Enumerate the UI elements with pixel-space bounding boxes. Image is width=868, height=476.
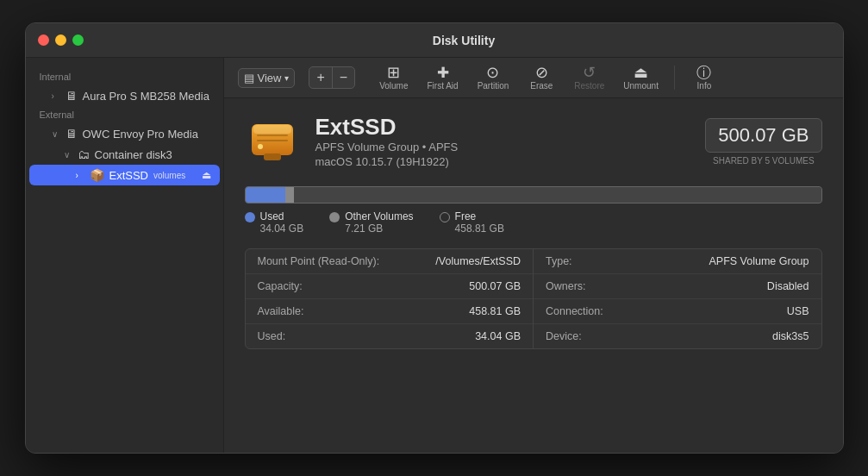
info-val: Disabled [684, 280, 809, 292]
info-row: Device:disk3s5 [534, 324, 821, 348]
info-val: 34.04 GB [396, 330, 521, 342]
external-label: External [26, 106, 223, 123]
info-row: Capacity:500.07 GB [246, 274, 534, 299]
info-val: USB [684, 305, 809, 317]
add-button[interactable]: + [309, 67, 332, 88]
eject-icon[interactable]: ⏏ [202, 169, 211, 181]
other-dot [329, 212, 340, 222]
svg-rect-4 [257, 135, 288, 136]
sidebar-item-extssd[interactable]: › 📦 ExtSSD volumes ⏏ [29, 165, 220, 185]
info-label: Info [697, 81, 712, 91]
bar-other [285, 187, 294, 203]
container-icon: 🗂 [78, 147, 90, 161]
restore-icon: ↺ [583, 65, 596, 80]
volume-toolbar-icon: ⊞ [387, 65, 400, 80]
view-label: View [258, 72, 282, 85]
used-value: 34.04 GB [260, 222, 304, 235]
minus-icon: − [340, 70, 347, 85]
svg-rect-1 [253, 125, 291, 134]
legend-free: Free 458.81 GB [440, 210, 504, 235]
storage-legend: Used 34.04 GB Other Volumes 7.21 GB [245, 210, 822, 235]
right-panel: ▤ View ▾ + − ⊞ Volume [224, 58, 843, 453]
firstaid-label: First Aid [428, 81, 459, 91]
firstaid-button[interactable]: ✚ First Aid [421, 64, 465, 92]
info-button[interactable]: ⓘ Info [684, 64, 725, 92]
sidebar-item-container[interactable]: ∨ 🗂 Container disk3 [29, 144, 220, 165]
drive-size-box: 500.07 GB SHARED BY 5 VOLUMES [705, 118, 821, 166]
volume-add-remove[interactable]: + − [309, 66, 355, 89]
unmount-label: Unmount [623, 81, 659, 91]
sidebar-item-aura[interactable]: › 🖥 Aura Pro S MB258 Media [29, 85, 220, 106]
info-col-right: Type:APFS Volume GroupOwners:DisabledCon… [534, 249, 821, 348]
content-area: ExtSSD APFS Volume Group • APFS macOS 10… [224, 98, 843, 453]
unmount-button[interactable]: ⏏ Unmount [616, 63, 665, 92]
disk-icon: 🖥 [66, 127, 78, 141]
window-title: Disk Utility [97, 34, 831, 47]
svg-rect-5 [257, 140, 288, 141]
bar-used [246, 187, 286, 203]
volume-button[interactable]: ⊞ Volume [372, 63, 415, 92]
info-key: Device: [546, 330, 684, 342]
partition-button[interactable]: ⊙ Partition [471, 63, 516, 92]
info-row: Connection:USB [534, 299, 821, 324]
partition-label: Partition [478, 81, 509, 91]
other-value: 7.21 GB [345, 222, 413, 235]
partition-icon: ⊙ [486, 65, 499, 80]
chevron-icon: › [52, 91, 62, 101]
legend-other: Other Volumes 7.21 GB [329, 210, 413, 235]
plus-icon: + [316, 70, 324, 85]
info-row: Used:34.04 GB [246, 324, 534, 348]
volumes-badge: volumes [153, 171, 185, 180]
bar-free [294, 187, 821, 203]
drive-icon [245, 114, 300, 169]
minimize-button[interactable] [55, 34, 66, 46]
view-control[interactable]: ▤ View ▾ [238, 68, 296, 88]
storage-bar-container: Used 34.04 GB Other Volumes 7.21 GB [245, 186, 822, 235]
sidebar-item-owc[interactable]: ∨ 🖥 OWC Envoy Pro Media [29, 123, 220, 144]
info-key: Capacity: [258, 280, 396, 292]
free-dot [440, 212, 450, 222]
info-val: APFS Volume Group [684, 255, 809, 267]
info-icon: ⓘ [696, 66, 711, 80]
remove-button[interactable]: − [333, 67, 354, 88]
firstaid-icon: ✚ [437, 66, 449, 80]
window: Disk Utility Internal › 🖥 Aura Pro S MB2… [25, 22, 844, 454]
unmount-icon: ⏏ [634, 65, 648, 80]
sidebar-item-label: ExtSSD [109, 169, 149, 182]
info-key: Connection: [546, 305, 684, 317]
disk-icon: 🖥 [66, 89, 78, 103]
sidebar-item-label: OWC Envoy Pro Media [83, 128, 198, 141]
erase-label: Erase [530, 81, 553, 91]
view-button[interactable]: ▤ View ▾ [238, 68, 296, 88]
info-key: Type: [546, 255, 684, 267]
close-button[interactable] [38, 34, 49, 46]
titlebar: Disk Utility [26, 23, 843, 58]
info-val: disk3s5 [684, 330, 809, 342]
used-dot [245, 212, 255, 222]
info-row: Type:APFS Volume Group [534, 249, 821, 274]
used-label: Used [260, 210, 304, 222]
restore-button[interactable]: ↺ Restore [567, 63, 611, 92]
info-key: Available: [258, 305, 396, 317]
sidebar: Internal › 🖥 Aura Pro S MB258 Media Exte… [26, 58, 224, 453]
free-label: Free [455, 210, 504, 222]
info-key: Mount Point (Read-Only): [258, 255, 396, 267]
erase-button[interactable]: ⊘ Erase [521, 63, 562, 92]
info-key: Owners: [546, 280, 684, 292]
chevron-icon: ∨ [64, 150, 74, 160]
internal-label: Internal [26, 68, 223, 85]
info-row: Mount Point (Read-Only):/Volumes/ExtSSD [246, 249, 534, 274]
toolbar: ▤ View ▾ + − ⊞ Volume [224, 58, 843, 98]
svg-point-3 [258, 144, 263, 149]
storage-bar [245, 186, 822, 204]
info-val: 458.81 GB [396, 305, 521, 317]
restore-label: Restore [574, 81, 604, 91]
toolbar-separator [674, 66, 675, 90]
svg-rect-2 [264, 153, 281, 160]
view-icon: ▤ [244, 72, 254, 85]
legend-used: Used 34.04 GB [245, 210, 304, 235]
sidebar-item-label: Aura Pro S MB258 Media [83, 90, 209, 103]
info-col-left: Mount Point (Read-Only):/Volumes/ExtSSDC… [246, 249, 534, 348]
maximize-button[interactable] [72, 34, 84, 46]
info-table: Mount Point (Read-Only):/Volumes/ExtSSDC… [245, 248, 822, 349]
